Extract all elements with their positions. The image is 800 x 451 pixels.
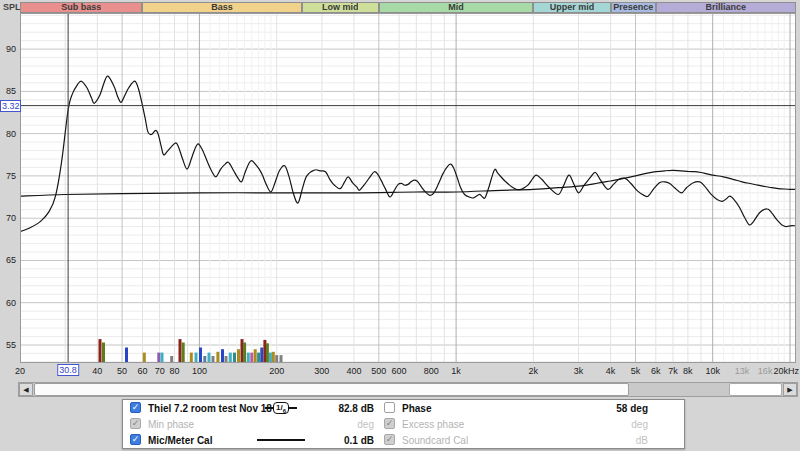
distortion-bar <box>161 353 164 363</box>
distortion-bar <box>221 349 224 363</box>
distortion-bar <box>266 343 269 363</box>
band-label: Upper mid <box>550 3 595 12</box>
legend-value: 82.8 dB <box>338 403 374 414</box>
legend-row: ✓Mic/Meter Cal0.1 dB✓Soundcard CaldB <box>123 433 684 448</box>
legend-value: 58 deg <box>616 403 648 414</box>
x-tick-label: 10k <box>705 366 720 376</box>
legend-value: dB <box>636 435 648 446</box>
legend-value: deg <box>631 419 648 430</box>
band-label: Presence <box>613 3 653 12</box>
band-label: Bass <box>211 3 233 12</box>
y-tick-label: 80 <box>0 129 16 139</box>
scrollbar-thumb[interactable] <box>34 383 629 396</box>
band-bass: Bass <box>142 2 301 13</box>
legend-label: Soundcard Cal <box>402 435 468 446</box>
spl-chart-svg <box>20 13 796 363</box>
distortion-bar <box>216 352 219 363</box>
distortion-bar <box>237 349 240 363</box>
x-tick-label: 13k <box>735 366 750 376</box>
distortion-bar <box>260 348 263 364</box>
distortion-bar <box>247 353 250 363</box>
x-tick-label: 16k <box>758 366 773 376</box>
right-arrow-icon: ▶ <box>787 386 792 394</box>
distortion-bar <box>157 353 160 363</box>
band-low-mid: Low mid <box>302 2 379 13</box>
x-tick-label: 100 <box>192 366 207 376</box>
cursor-level-label: 3.32 <box>0 100 21 112</box>
band-label: Sub bass <box>61 3 101 12</box>
band-presence: Presence <box>611 2 656 13</box>
checkbox-phase[interactable] <box>384 402 395 413</box>
x-tick-label: 4k <box>606 366 616 376</box>
spl-axis-title: SPL <box>3 2 21 12</box>
checkbox-mic-meter-cal[interactable]: ✓ <box>130 434 141 445</box>
y-tick-label: 60 <box>0 298 16 308</box>
y-tick-label: 55 <box>0 340 16 350</box>
checkbox-min-phase[interactable]: ✓ <box>130 418 141 429</box>
checkbox-thiel-7-2-room-test-nov-18[interactable]: ✓ <box>130 402 141 413</box>
distortion-bar <box>243 343 246 364</box>
x-tick-label: 200 <box>269 366 284 376</box>
cursor-freq-label: 30.8 <box>57 364 79 376</box>
legend-label: Excess phase <box>402 419 464 430</box>
distortion-bar <box>195 353 198 363</box>
legend-label: Mic/Meter Cal <box>148 435 212 446</box>
x-tick-label: 300 <box>314 366 329 376</box>
scrollbar-range-field[interactable] <box>729 383 782 396</box>
rew-spl-window: SPL Sub bassBassLow midMidUpper midPrese… <box>0 0 800 451</box>
x-tick-label: 3k <box>574 366 584 376</box>
distortion-bar <box>269 353 272 363</box>
y-tick-label: 65 <box>0 255 16 265</box>
x-tick-label: 6k <box>651 366 661 376</box>
legend-value: 0.1 dB <box>344 435 374 446</box>
legend-value: deg <box>357 419 374 430</box>
spl-chart-plot-area[interactable] <box>20 13 796 363</box>
smoothing-1-6-icon[interactable]: 1/6 <box>255 401 307 415</box>
distortion-bar <box>250 353 253 363</box>
x-tick-label: 80 <box>170 366 180 376</box>
checkbox-soundcard-cal[interactable]: ✓ <box>384 434 395 445</box>
distortion-bar <box>208 353 211 363</box>
distortion-bar <box>280 355 283 363</box>
y-tick-label: 90 <box>0 44 16 54</box>
distortion-bar <box>203 356 206 363</box>
scroll-left-button[interactable]: ◀ <box>19 383 33 396</box>
distortion-bar <box>182 343 185 364</box>
distortion-bar <box>241 339 244 363</box>
legend-row: ✓Thiel 7.2 room test Nov 181/682.8 dBPha… <box>123 401 684 416</box>
y-tick-label: 70 <box>0 213 16 223</box>
band-label: Mid <box>448 3 464 12</box>
y-tick-label: 85 <box>0 86 16 96</box>
x-tick-label: 1k <box>451 366 461 376</box>
x-tick-label: 20 <box>15 366 25 376</box>
distortion-bar <box>212 356 215 363</box>
x-tick-label: 60 <box>137 366 147 376</box>
x-tick-label: 50 <box>117 366 127 376</box>
trace-style-line-icon <box>255 433 307 447</box>
horizontal-scrollbar[interactable]: ◀ ▶ <box>18 382 798 397</box>
checkbox-excess-phase[interactable]: ✓ <box>384 418 395 429</box>
distortion-bar <box>272 352 275 363</box>
band-mid: Mid <box>379 2 534 13</box>
distortion-bar <box>143 353 146 363</box>
symbol-stub <box>265 407 273 409</box>
distortion-bar <box>225 356 228 363</box>
distortion-bar <box>257 353 260 363</box>
distortion-bar <box>190 353 193 363</box>
scroll-right-button[interactable]: ▶ <box>783 383 797 396</box>
frequency-band-header: Sub bassBassLow midMidUpper midPresenceB… <box>20 2 796 13</box>
x-tick-label: 800 <box>424 366 439 376</box>
legend-label: Min phase <box>148 419 194 430</box>
legend-label: Thiel 7.2 room test Nov 18 <box>148 403 272 414</box>
x-tick-label: 2k <box>529 366 539 376</box>
x-tick-label: 400 <box>346 366 361 376</box>
band-upper-mid: Upper mid <box>533 2 610 13</box>
x-tick-label: 600 <box>392 366 407 376</box>
band-label: Brilliance <box>706 3 747 12</box>
x-tick-label: 5k <box>631 366 641 376</box>
legend-label: Phase <box>402 403 431 414</box>
left-arrow-icon: ◀ <box>23 386 28 394</box>
distortion-bar <box>170 356 173 363</box>
measurement-legend-panel: ✓Thiel 7.2 room test Nov 181/682.8 dBPha… <box>122 399 685 449</box>
x-tick-label: 8k <box>683 366 693 376</box>
